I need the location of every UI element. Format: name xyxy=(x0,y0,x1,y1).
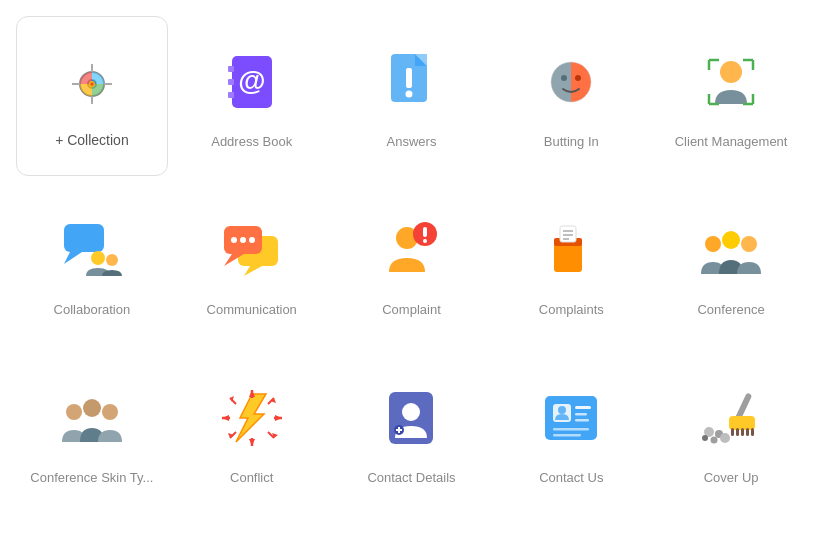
svg-rect-84 xyxy=(575,413,587,416)
svg-point-97 xyxy=(702,435,708,441)
svg-marker-31 xyxy=(64,252,82,264)
address-book-item[interactable]: @ Address Book xyxy=(176,16,328,176)
svg-marker-62 xyxy=(249,439,255,446)
svg-point-82 xyxy=(558,406,566,414)
collaboration-label: Collaboration xyxy=(54,302,131,319)
svg-marker-35 xyxy=(244,266,262,276)
conference-icon xyxy=(695,214,767,286)
collaboration-icon xyxy=(56,214,128,286)
complaint-icon xyxy=(375,214,447,286)
cover-up-label: Cover Up xyxy=(704,470,759,487)
add-collection-label: + Collection xyxy=(55,132,129,148)
svg-marker-64 xyxy=(222,415,229,421)
svg-rect-30 xyxy=(64,224,104,252)
contact-us-label: Contact Us xyxy=(539,470,603,487)
svg-rect-86 xyxy=(553,428,589,431)
svg-rect-91 xyxy=(736,428,739,436)
conference-item[interactable]: Conference xyxy=(655,184,807,344)
contact-details-label: Contact Details xyxy=(367,470,455,487)
cover-up-icon xyxy=(695,382,767,454)
icon-grid: + Collection @ Address Book xyxy=(16,16,807,512)
svg-point-33 xyxy=(106,254,118,266)
butting-in-icon xyxy=(535,46,607,118)
svg-rect-92 xyxy=(741,428,744,436)
svg-point-52 xyxy=(705,236,721,252)
butting-in-label: Butting In xyxy=(544,134,599,151)
contact-details-icon xyxy=(375,382,447,454)
communication-icon xyxy=(216,214,288,286)
cover-up-item[interactable]: Cover Up xyxy=(655,352,807,512)
svg-point-39 xyxy=(240,237,246,243)
svg-point-19 xyxy=(561,75,567,81)
svg-rect-90 xyxy=(731,428,734,436)
conflict-icon xyxy=(216,382,288,454)
communication-label: Communication xyxy=(207,302,297,319)
svg-marker-58 xyxy=(236,394,266,442)
conference-skin-ty-label: Conference Skin Ty... xyxy=(30,470,153,487)
complaints-icon xyxy=(535,214,607,286)
svg-point-76 xyxy=(402,403,420,421)
collaboration-item[interactable]: Collaboration xyxy=(16,184,168,344)
svg-point-53 xyxy=(722,231,740,249)
svg-point-44 xyxy=(423,239,427,243)
complaints-label: Complaints xyxy=(539,302,604,319)
svg-point-40 xyxy=(249,237,255,243)
svg-rect-11 xyxy=(228,79,234,85)
complaint-label: Complaint xyxy=(382,302,441,319)
svg-rect-93 xyxy=(746,428,749,436)
contact-us-icon xyxy=(535,382,607,454)
answers-label: Answers xyxy=(387,134,437,151)
svg-rect-87 xyxy=(553,434,581,437)
contact-details-item[interactable]: Contact Details xyxy=(336,352,488,512)
add-collection-button[interactable]: + Collection xyxy=(16,16,168,176)
address-book-label: Address Book xyxy=(211,134,292,151)
client-management-label: Client Management xyxy=(675,134,788,151)
svg-point-99 xyxy=(711,436,718,443)
answers-icon xyxy=(375,46,447,118)
address-book-icon: @ xyxy=(216,46,288,118)
svg-point-98 xyxy=(720,433,730,443)
svg-point-7 xyxy=(90,83,93,86)
svg-point-17 xyxy=(406,90,413,97)
conflict-item[interactable]: Conflict xyxy=(176,352,328,512)
svg-rect-12 xyxy=(228,92,234,98)
svg-point-32 xyxy=(91,251,105,265)
conference-skin-ty-item[interactable]: Conference Skin Ty... xyxy=(16,352,168,512)
svg-point-57 xyxy=(102,404,118,420)
svg-point-38 xyxy=(231,237,237,243)
conference-label: Conference xyxy=(697,302,764,319)
client-management-item[interactable]: Client Management xyxy=(655,16,807,176)
answers-item[interactable]: Answers xyxy=(336,16,488,176)
communication-item[interactable]: Communication xyxy=(176,184,328,344)
svg-point-54 xyxy=(741,236,757,252)
complaint-item[interactable]: Complaint xyxy=(336,184,488,344)
svg-rect-85 xyxy=(575,419,589,422)
conference-skin-ty-icon xyxy=(56,382,128,454)
svg-rect-89 xyxy=(729,416,755,430)
conflict-label: Conflict xyxy=(230,470,273,487)
butting-in-item[interactable]: Butting In xyxy=(495,16,647,176)
svg-text:@: @ xyxy=(238,65,265,96)
crosshair-icon xyxy=(56,48,128,120)
svg-point-20 xyxy=(575,75,581,81)
client-management-icon xyxy=(695,46,767,118)
complaints-item[interactable]: Complaints xyxy=(495,184,647,344)
svg-marker-66 xyxy=(275,415,282,421)
contact-us-item[interactable]: Contact Us xyxy=(495,352,647,512)
svg-rect-45 xyxy=(554,242,582,272)
svg-rect-83 xyxy=(575,406,591,409)
svg-point-56 xyxy=(83,399,101,417)
svg-rect-94 xyxy=(751,428,754,436)
svg-rect-16 xyxy=(406,68,412,88)
svg-rect-10 xyxy=(228,66,234,72)
svg-rect-43 xyxy=(423,227,427,237)
svg-point-55 xyxy=(66,404,82,420)
svg-point-21 xyxy=(720,61,742,83)
